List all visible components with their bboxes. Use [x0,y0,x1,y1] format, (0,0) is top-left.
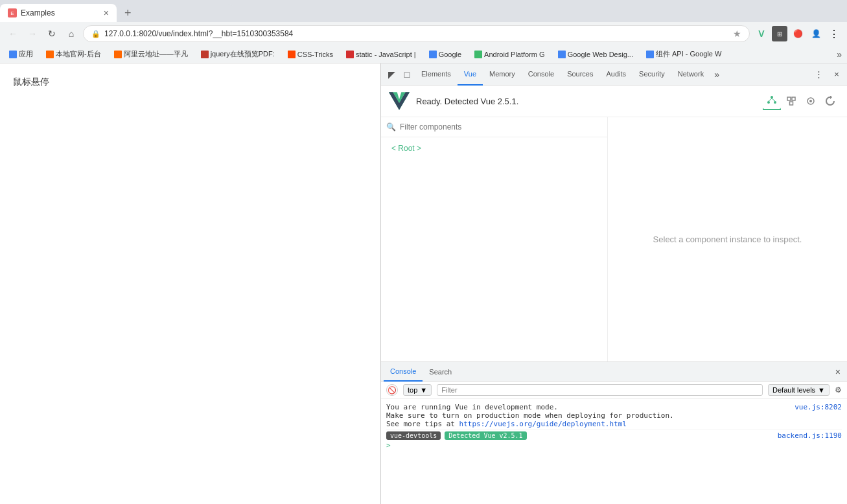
home-button[interactable]: ⌂ [64,26,79,41]
component-name: < Root > [391,144,421,153]
extension-icon-3[interactable]: 🔴 [790,26,806,41]
backend-js-link[interactable]: backend.js:1190 [778,431,842,440]
devtools-more-options[interactable]: ⋮ [811,67,826,82]
devtools-tab-bar: ◤ □ Elements Vue Memory Console Sources … [381,63,847,86]
bookmark-web-label: Google Web Desig... [568,51,633,58]
tab-title: Examples [21,8,100,17]
bookmark-aliyun-icon [114,51,122,58]
new-tab-button[interactable]: + [117,4,233,22]
devtools-actions: ⋮ × [811,67,844,82]
active-tab[interactable]: E Examples × [0,4,117,22]
bookmark-web-icon [558,51,566,58]
console-filter-input[interactable] [437,384,763,396]
bookmarks-bar: 应用 本地官网-后台 阿里云地址——平凡 jquery在线预览PDF: CSS-… [0,45,847,63]
bookmark-component-api[interactable]: 组件 API - Google W [642,48,725,60]
vue-devtools-header: Ready. Detected Vue 2.5.1. [381,86,847,117]
console-context-dropdown[interactable]: top ▼ [403,384,432,396]
bookmark-aliyun[interactable]: 阿里云地址——平凡 [110,48,192,60]
console-close-button[interactable]: × [831,367,844,377]
list-item[interactable]: < Root > [381,140,607,157]
console-output: vue.js:8202 You are running Vue in devel… [381,399,847,504]
console-message-1: vue.js:8202 You are running Vue in devel… [386,402,842,430]
tab-sources[interactable]: Sources [561,63,599,86]
bookmark-apps[interactable]: 应用 [5,48,37,60]
bookmark-static-js[interactable]: static - JavaScript | [342,49,420,60]
vuex-svg [786,96,796,106]
bookmark-api-label: 组件 API - Google W [656,49,721,59]
back-button[interactable]: ← [5,26,21,41]
console-settings-icon[interactable]: ⚙ [835,385,842,395]
default-levels-dropdown[interactable]: Default levels ▼ [768,384,830,396]
address-text: 127.0.0.1:8020/vue/index.html?__hbt=1510… [104,29,729,38]
bookmark-google-web[interactable]: Google Web Desig... [554,49,637,60]
tab-security[interactable]: Security [632,63,671,86]
tab-console[interactable]: Console [522,63,561,86]
tab-favicon: E [8,8,17,17]
svg-line-4 [772,98,775,101]
bookmark-android[interactable]: Android Platform G [470,49,549,60]
bookmark-jquery[interactable]: jquery在线预览PDF: [197,48,279,60]
tab-network[interactable]: Network [671,63,710,86]
bookmark-css-label: CSS-Tricks [297,51,333,58]
vue-event-icon[interactable] [802,92,820,110]
page-area: 鼠标悬停 ◤ □ Elements Vue Memory Console Sou… [0,63,847,504]
bookmark-android-icon [474,51,482,58]
svg-point-9 [809,100,812,102]
console-tab-search[interactable]: Search [423,362,458,382]
vue-vuex-icon[interactable] [782,92,800,110]
svg-rect-5 [787,97,791,100]
devtools-device-toggle[interactable]: ◤ [384,67,399,82]
console-expand-arrow[interactable]: > [386,441,842,450]
tab-audits[interactable]: Audits [599,63,632,86]
bookmark-css-tricks[interactable]: CSS-Tricks [284,49,337,60]
more-tabs-button[interactable]: » [710,69,723,80]
vue-toolbar-icons [763,92,839,110]
search-icon: 🔍 [386,122,396,132]
inspector-panel: Select a component instance to inspect. [608,117,847,361]
vue-js-link[interactable]: vue.js:8202 [795,403,842,411]
vue-refresh-icon[interactable] [821,92,839,110]
extension-icon-2[interactable]: ⊞ [772,26,787,41]
tab-memory[interactable]: Memory [483,63,522,86]
component-tree-svg [767,95,777,106]
forward-button[interactable]: → [25,26,40,41]
vue-js-file-ref[interactable]: vue.js:8202 [795,403,842,411]
bookmark-local-icon [46,51,54,58]
tab-vue[interactable]: Vue [458,63,483,86]
console-options-bar: 🚫 top ▼ Default levels ▼ ⚙ [381,382,847,399]
console-message-2: vue-devtools Detected Vue v2.5.1 backend… [386,431,842,440]
bookmark-star-icon[interactable]: ★ [733,29,741,39]
tab-bar: E Examples × + [0,0,847,22]
lock-icon: 🔒 [91,30,100,38]
chrome-menu-button[interactable]: ⋮ [826,26,842,41]
bookmark-css-icon [288,51,296,58]
bookmark-google[interactable]: Google [425,49,465,60]
bookmark-aliyun-label: 阿里云地址——平凡 [124,49,188,59]
bookmark-google-label: Google [439,51,461,58]
levels-arrow-icon: ▼ [818,386,825,394]
event-svg [806,96,816,106]
toolbar-icons: V ⊞ 🔴 👤 ⋮ [754,26,842,41]
tab-elements[interactable]: Elements [415,63,458,86]
extension-vue-icon[interactable]: V [754,26,769,41]
bookmark-apps-icon [9,51,17,58]
hover-text: 鼠标悬停 [13,76,367,88]
address-field[interactable]: 🔒 127.0.0.1:8020/vue/index.html?__hbt=15… [83,25,750,42]
tab-close-button[interactable]: × [104,8,109,18]
bookmark-local-admin[interactable]: 本地官网-后台 [42,48,105,60]
console-tab-bar: Console Search × [381,362,847,382]
console-tab-console[interactable]: Console [384,362,423,382]
filter-input[interactable] [400,122,602,132]
inspector-hint-text: Select a component instance to inspect. [653,235,802,244]
more-bookmarks-button[interactable]: » [837,49,842,60]
extension-icon-4[interactable]: 👤 [808,26,824,41]
devtools-close-button[interactable]: × [829,67,844,82]
vue-body: 🔍 < Root > Select a component instance t… [381,117,847,361]
devtools-badge: vue-devtools [386,431,441,440]
devtools-select-element[interactable]: □ [399,67,415,82]
deployment-link[interactable]: https://vuejs.org/guide/deployment.html [459,420,627,428]
address-bar-row: ← → ↻ ⌂ 🔒 127.0.0.1:8020/vue/index.html?… [0,22,847,45]
console-clear-button[interactable]: 🚫 [386,384,398,396]
reload-button[interactable]: ↻ [44,26,60,41]
vue-component-icon[interactable] [763,92,781,110]
